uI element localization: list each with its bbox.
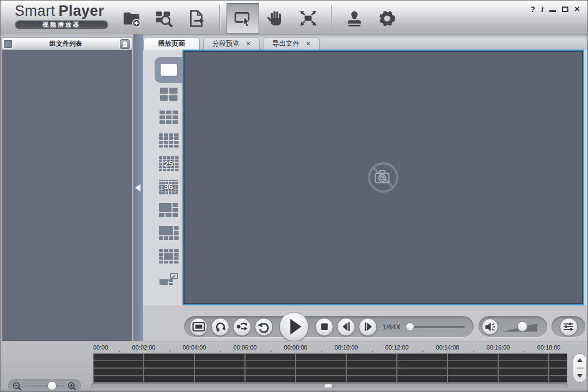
layout-16-icon (159, 133, 179, 148)
ruler-tick (372, 351, 373, 352)
file-list-body[interactable] (2, 50, 132, 341)
tab-play-page[interactable]: 播放页面 (143, 37, 200, 50)
layout-center-focus-icon (159, 249, 179, 264)
timeline-ruler-label: 00:02:00 (132, 344, 156, 351)
layout-item-4[interactable] (155, 83, 182, 106)
trash-icon (122, 41, 128, 47)
playback-settings-button[interactable] (560, 318, 578, 336)
settings-button[interactable] (371, 3, 403, 34)
select-all-checkbox[interactable] (4, 40, 12, 48)
speed-slider-knob[interactable] (406, 322, 414, 331)
app-logo: SmartPlayer 视频播放器 (15, 3, 108, 29)
tab-close-icon[interactable]: × (306, 41, 310, 46)
prev-frame-button[interactable] (337, 318, 355, 336)
app-title: SmartPlayer (15, 3, 108, 20)
search-files-icon (154, 9, 174, 28)
speaker-icon (483, 320, 498, 334)
zoom-in-icon[interactable] (67, 381, 77, 391)
layout-selector: 25 36 (143, 50, 182, 305)
timeline-vertical-scrollbar[interactable] (573, 353, 587, 383)
display-mode-button[interactable] (189, 318, 207, 336)
layout-item-1plus5[interactable] (155, 199, 182, 222)
speed-slider[interactable] (405, 318, 468, 336)
layout-item-25[interactable]: 25 (155, 152, 182, 176)
timeline-ruler-label: 00:14:00 (436, 344, 460, 351)
volume-slider-knob[interactable] (517, 321, 528, 332)
layout-item-1[interactable] (155, 57, 182, 83)
scroll-up-icon[interactable] (577, 358, 583, 362)
search-files-button[interactable] (148, 3, 180, 34)
export-file-button[interactable] (180, 3, 213, 34)
next-frame-button[interactable] (359, 318, 377, 336)
timeline-panel: 00:00 00:02:00 00:04:00 00:06:00 00:08:0… (1, 341, 587, 392)
tab-segment-preview[interactable]: 分段预览 × (203, 37, 260, 50)
layout-36-label: 36 (155, 182, 182, 191)
hand-icon (266, 9, 285, 28)
stamp-tool-button[interactable] (338, 3, 371, 34)
gear-icon (377, 9, 397, 28)
speed-label: 1/64X (382, 323, 401, 331)
info-button[interactable]: i (541, 5, 543, 14)
tab-close-icon[interactable]: × (246, 41, 250, 46)
undo-button[interactable] (255, 318, 273, 336)
player-controls-bar: 1/64X (143, 305, 587, 341)
body: 组文件列表 (1, 34, 587, 341)
mute-button[interactable] (482, 318, 498, 335)
ruler-tick (119, 351, 120, 352)
zoom-slider-knob[interactable] (47, 381, 57, 390)
next-frame-icon (360, 318, 376, 335)
play-button[interactable] (279, 312, 309, 341)
tab-label: 导出文件 (272, 39, 299, 48)
undo-icon (256, 318, 272, 335)
ruler-tick (271, 351, 272, 352)
timeline-ruler-label: 00:12:00 (385, 344, 409, 351)
sidebar-collapse-handle[interactable] (133, 34, 143, 341)
loop-play-button[interactable] (211, 318, 229, 336)
timeline-zoom-slider[interactable] (24, 381, 65, 391)
toolbar (115, 1, 403, 34)
settings-pill (552, 316, 585, 337)
layout-1plus5-icon (159, 203, 178, 217)
brand-primary: Smart (15, 3, 56, 19)
fit-screen-button[interactable] (292, 3, 324, 34)
tab-export-file[interactable]: 导出文件 × (263, 37, 320, 50)
sequence-play-icon (234, 318, 250, 335)
open-folder-button[interactable] (115, 3, 148, 34)
toolbar-separator (219, 5, 220, 30)
sequence-play-button[interactable] (233, 318, 251, 336)
layout-item-9[interactable] (155, 106, 182, 130)
stop-icon (316, 318, 333, 335)
horizontal-scroll-thumb[interactable] (324, 384, 333, 388)
app-subtitle-badge: 视频播放器 (15, 20, 108, 29)
layout-item-custom[interactable] (155, 268, 182, 291)
ruler-tick (169, 351, 170, 352)
collapse-left-icon (135, 184, 140, 192)
delete-list-button[interactable] (120, 39, 130, 49)
file-list-header: 组文件列表 (2, 38, 132, 50)
tab-label: 分段预览 (212, 39, 240, 48)
video-preview-area[interactable] (182, 50, 584, 305)
layout-item-16[interactable] (155, 129, 182, 152)
minimize-button[interactable] (549, 10, 556, 12)
layout-1-icon (161, 64, 177, 76)
hand-tool-button[interactable] (259, 3, 292, 34)
play-icon (280, 312, 308, 341)
select-cursor-icon (233, 9, 253, 28)
select-tool-button[interactable] (226, 3, 259, 34)
main-area: 播放页面 分段预览 × 导出文件 × (143, 34, 587, 341)
volume-slider[interactable] (502, 321, 538, 333)
timeline-ruler-label: 00:16:00 (487, 344, 510, 351)
timeline-zoom-control (8, 379, 81, 392)
stop-button[interactable] (315, 318, 333, 336)
maximize-button[interactable] (562, 7, 568, 12)
tab-label: 播放页面 (158, 39, 185, 48)
layout-item-1plus7[interactable] (155, 222, 182, 245)
timeline-track-grid[interactable] (93, 353, 567, 383)
layout-item-36[interactable]: 36 (155, 175, 182, 199)
zoom-out-icon[interactable] (12, 381, 22, 391)
layout-9-icon (160, 111, 178, 124)
layout-item-center-focus[interactable] (155, 245, 182, 268)
help-button[interactable]: ? (530, 5, 535, 14)
close-button[interactable]: × (574, 5, 580, 13)
scroll-down-icon[interactable] (577, 374, 583, 378)
